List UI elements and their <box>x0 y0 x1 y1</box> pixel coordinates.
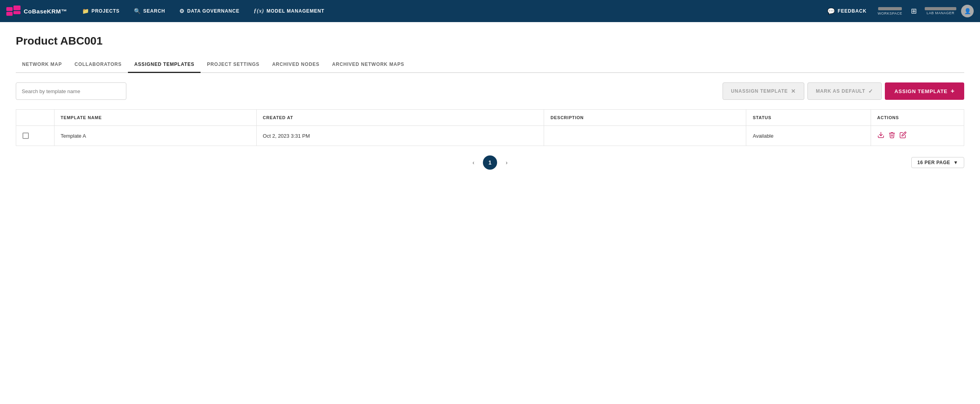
table-body: Template A Oct 2, 2023 3:31 PM Available <box>16 126 964 146</box>
nav-projects[interactable]: 📁 PROJECTS <box>77 0 125 22</box>
row-created-at: Oct 2, 2023 3:31 PM <box>256 126 544 146</box>
svg-rect-2 <box>13 6 21 10</box>
row-template-name: Template A <box>54 126 256 146</box>
per-page-selector[interactable]: 16 PER PAGE ▼ <box>911 157 964 168</box>
tab-archived-network-maps[interactable]: ARCHIVED NETWORK MAPS <box>326 57 411 73</box>
search-icon: 🔍 <box>134 8 141 14</box>
plus-icon: + <box>951 88 955 95</box>
page-content: Product ABC001 NETWORK MAP COLLABORATORS… <box>0 22 980 404</box>
download-icon[interactable] <box>877 131 884 140</box>
assign-template-button[interactable]: ASSIGN TEMPLATE + <box>885 82 964 100</box>
tabs: NETWORK MAP COLLABORATORS ASSIGNED TEMPL… <box>16 57 964 73</box>
workspace-bar <box>878 7 902 10</box>
page-1-button[interactable]: 1 <box>483 155 497 170</box>
data-table: TEMPLATE NAME CREATED AT DESCRIPTION STA… <box>16 109 964 146</box>
pagination: ‹ 1 › 16 PER PAGE ▼ <box>16 146 964 179</box>
row-actions <box>871 126 964 146</box>
row-checkbox[interactable] <box>23 133 29 139</box>
toolbar-right: UNASSIGN TEMPLATE ✕ MARK AS DEFAULT ✓ AS… <box>723 82 964 100</box>
model-management-icon: ƒ(x) <box>253 8 264 14</box>
mark-as-default-button[interactable]: MARK AS DEFAULT ✓ <box>807 82 882 100</box>
close-icon: ✕ <box>791 88 796 94</box>
data-governance-icon: ⚙ <box>179 8 185 14</box>
unassign-template-button[interactable]: UNASSIGN TEMPLATE ✕ <box>723 82 804 100</box>
avatar[interactable]: 👤 <box>961 5 974 17</box>
table-area: UNASSIGN TEMPLATE ✕ MARK AS DEFAULT ✓ AS… <box>16 73 964 189</box>
navbar-right: 💬 FEEDBACK WORKSPACE ⊞ LAB MANAGER 👤 <box>822 0 974 22</box>
tab-assigned-templates[interactable]: ASSIGNED TEMPLATES <box>128 57 201 73</box>
col-header-actions: ACTIONS <box>871 110 964 126</box>
col-header-created-at: CREATED AT <box>256 110 544 126</box>
col-header-status: STATUS <box>746 110 871 126</box>
svg-rect-0 <box>6 7 13 11</box>
row-checkbox-cell <box>16 126 54 146</box>
col-header-checkbox <box>16 110 54 126</box>
page-title: Product ABC001 <box>16 35 964 47</box>
check-icon: ✓ <box>868 88 873 94</box>
nav-data-governance[interactable]: ⚙ DATA GOVERNANCE <box>174 0 245 22</box>
feedback-icon: 💬 <box>827 7 835 15</box>
svg-rect-3 <box>13 11 21 14</box>
tab-archived-nodes[interactable]: ARCHIVED NODES <box>266 57 326 73</box>
tab-project-settings[interactable]: PROJECT SETTINGS <box>201 57 266 73</box>
row-status: Available <box>746 126 871 146</box>
toolbar: UNASSIGN TEMPLATE ✕ MARK AS DEFAULT ✓ AS… <box>16 82 964 100</box>
search-input[interactable] <box>16 82 126 100</box>
nav-model-management[interactable]: ƒ(x) MODEL MANAGEMENT <box>248 0 330 22</box>
workspace-selector[interactable]: WORKSPACE <box>874 7 906 15</box>
chevron-down-icon: ▼ <box>954 160 958 165</box>
prev-page-button[interactable]: ‹ <box>467 156 480 169</box>
next-page-button[interactable]: › <box>500 156 513 169</box>
col-header-description: DESCRIPTION <box>544 110 746 126</box>
user-menu[interactable]: LAB MANAGER <box>922 7 959 15</box>
tab-network-map[interactable]: NETWORK MAP <box>16 57 68 73</box>
nav-search[interactable]: 🔍 SEARCH <box>128 0 171 22</box>
col-header-template-name: TEMPLATE NAME <box>54 110 256 126</box>
feedback-button[interactable]: 💬 FEEDBACK <box>822 0 872 22</box>
edit-icon[interactable] <box>899 131 907 140</box>
logo[interactable]: CoBaseKRM™ <box>6 6 67 17</box>
projects-icon: 📁 <box>82 8 89 14</box>
tab-collaborators[interactable]: COLLABORATORS <box>68 57 128 73</box>
delete-icon[interactable] <box>888 131 896 140</box>
svg-rect-1 <box>6 12 13 16</box>
table-header: TEMPLATE NAME CREATED AT DESCRIPTION STA… <box>16 110 964 126</box>
grid-icon[interactable]: ⊞ <box>908 7 920 15</box>
navbar: CoBaseKRM™ 📁 PROJECTS 🔍 SEARCH ⚙ DATA GO… <box>0 0 980 22</box>
row-description <box>544 126 746 146</box>
logo-text: CoBaseKRM™ <box>24 8 67 15</box>
user-bar <box>925 7 956 10</box>
table-row: Template A Oct 2, 2023 3:31 PM Available <box>16 126 964 146</box>
